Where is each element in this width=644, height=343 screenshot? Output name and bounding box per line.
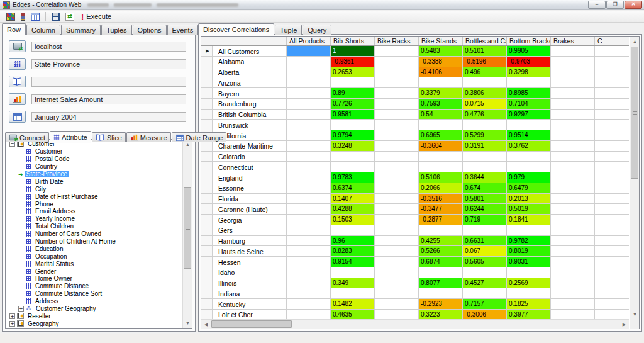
cell-bib-shorts[interactable]: 0.2653: [331, 67, 375, 78]
tree-item-phone[interactable]: Phone: [8, 200, 182, 208]
cell-c[interactable]: [595, 99, 629, 110]
cell-bike-racks[interactable]: [375, 215, 419, 225]
cell-bike-stands[interactable]: 0.5106: [419, 172, 463, 183]
cell-bottles-and-cages[interactable]: 0.5801: [463, 194, 507, 205]
cell-all-products[interactable]: [287, 267, 331, 278]
measure-field[interactable]: Internet Sales Amount: [31, 94, 186, 104]
cell-bike-stands[interactable]: 0.54: [419, 110, 463, 120]
column-header-all-products[interactable]: All Products: [287, 37, 331, 45]
tree-item-commute-distance-sort[interactable]: Commute Distance Sort: [8, 290, 182, 298]
cell-bib-shorts[interactable]: 0.9154: [331, 257, 375, 267]
cell-bottom-brackets[interactable]: [507, 77, 551, 88]
cell-c[interactable]: [595, 204, 629, 215]
cell-bottom-brackets[interactable]: 0.979: [507, 172, 551, 183]
subtab-connect[interactable]: Connect: [5, 132, 49, 142]
cell-bike-stands[interactable]: -0.2877: [419, 215, 463, 225]
cell-bottles-and-cages[interactable]: 0.3191: [463, 141, 507, 152]
cell-bike-stands[interactable]: -0.3516: [419, 194, 463, 205]
cell-bike-stands[interactable]: 0.3223: [419, 310, 463, 319]
cell-all-products[interactable]: [287, 88, 331, 99]
row-header-label[interactable]: Kentucky: [213, 299, 287, 310]
cell-c[interactable]: [595, 194, 629, 205]
row-header-label[interactable]: Brandenburg: [213, 99, 287, 110]
cell-bottles-and-cages[interactable]: 0.3806: [463, 88, 507, 99]
cell-bottles-and-cages[interactable]: 0.4527: [463, 278, 507, 289]
cell-bike-stands[interactable]: [419, 152, 463, 162]
cell-bib-shorts[interactable]: 0.9794: [331, 130, 375, 141]
cell-bottom-brackets[interactable]: 0.1825: [507, 299, 551, 310]
row-header-label[interactable]: Brunswick: [213, 120, 287, 130]
row-header-label[interactable]: England: [213, 172, 287, 183]
cell-all-products[interactable]: [287, 288, 331, 299]
cell-bottles-and-cages[interactable]: 0.5101: [463, 46, 507, 57]
cell-brakes[interactable]: [551, 57, 595, 67]
subtab-attribute[interactable]: Attribute: [50, 131, 91, 142]
tab-query[interactable]: Query: [303, 25, 331, 35]
row-indicator[interactable]: [201, 257, 213, 267]
cell-c[interactable]: [595, 130, 629, 141]
cell-bike-racks[interactable]: [375, 278, 419, 289]
cell-bike-racks[interactable]: [375, 204, 419, 215]
row-header-label[interactable]: Charente-Maritime: [213, 141, 287, 152]
cell-brakes[interactable]: [551, 183, 595, 194]
tree-item-birth-date[interactable]: Birth Date: [8, 177, 182, 185]
cell-c[interactable]: [595, 225, 629, 236]
cell-bib-shorts[interactable]: 0.89: [331, 88, 375, 99]
cell-all-products[interactable]: [287, 257, 331, 267]
cell-bottles-and-cages[interactable]: [463, 77, 507, 88]
tree-item-occupation[interactable]: Occupation: [8, 252, 182, 260]
cell-bottles-and-cages[interactable]: [463, 267, 507, 278]
cell-brakes[interactable]: [551, 141, 595, 152]
cell-c[interactable]: [595, 257, 629, 267]
tree-item-postal-code[interactable]: Postal Code: [8, 155, 182, 163]
row-indicator[interactable]: [201, 288, 213, 299]
cell-bottom-brackets[interactable]: 0.9782: [507, 236, 551, 247]
cell-bike-stands[interactable]: 0.6874: [419, 257, 463, 267]
cell-bike-racks[interactable]: [375, 288, 419, 299]
attribute-field[interactable]: State-Province: [31, 59, 186, 69]
row-indicator[interactable]: [201, 215, 213, 225]
row-header-label[interactable]: Garonne (Haute): [213, 204, 287, 215]
cell-bottom-brackets[interactable]: [507, 152, 551, 162]
date-field[interactable]: January 2004: [31, 112, 186, 122]
cell-c[interactable]: [595, 267, 629, 278]
cell-bottles-and-cages[interactable]: 0.496: [463, 67, 507, 78]
cell-bike-racks[interactable]: [375, 141, 419, 152]
cell-bottles-and-cages[interactable]: -0.3006: [463, 310, 507, 319]
row-header-label[interactable]: Florida: [213, 194, 287, 205]
subtab-slice[interactable]: Slice: [92, 132, 126, 142]
cell-bike-stands[interactable]: 0.5483: [419, 46, 463, 57]
cell-bike-stands[interactable]: -0.3604: [419, 141, 463, 152]
cell-bike-stands[interactable]: -0.4106: [419, 67, 463, 78]
cell-bib-shorts[interactable]: -0.9361: [331, 57, 375, 67]
tab-tuple[interactable]: Tuple: [275, 25, 302, 35]
tree-item-geography[interactable]: +Geography: [8, 320, 182, 327]
row-indicator[interactable]: [201, 88, 213, 99]
cell-bike-racks[interactable]: [375, 110, 419, 120]
column-header-bottom-brackets[interactable]: Bottom Brackets: [507, 37, 551, 45]
cell-bib-shorts[interactable]: 0.6374: [331, 183, 375, 194]
row-header-label[interactable]: Hamburg: [213, 236, 287, 247]
cell-c[interactable]: [595, 215, 629, 225]
cell-bottles-and-cages[interactable]: [463, 162, 507, 172]
cell-brakes[interactable]: [551, 77, 595, 88]
cell-brakes[interactable]: [551, 130, 595, 141]
cell-c[interactable]: [595, 152, 629, 162]
row-header-label[interactable]: All Customers: [213, 46, 287, 57]
cell-bike-stands[interactable]: [419, 77, 463, 88]
cell-bottom-brackets[interactable]: [507, 225, 551, 236]
cell-bottom-brackets[interactable]: 0.9905: [507, 46, 551, 57]
cell-bottles-and-cages[interactable]: 0.7157: [463, 299, 507, 310]
tree-item-state-province[interactable]: ➜State-Province: [8, 171, 182, 178]
cell-bottom-brackets[interactable]: 0.2569: [507, 278, 551, 289]
cell-bottom-brackets[interactable]: 0.3298: [507, 67, 551, 78]
cell-bottom-brackets[interactable]: 0.9031: [507, 257, 551, 267]
cell-bib-shorts[interactable]: 0.4635: [331, 310, 375, 319]
cell-bib-shorts[interactable]: 0.9783: [331, 172, 375, 183]
cell-bike-racks[interactable]: [375, 77, 419, 88]
cell-bottles-and-cages[interactable]: 0.5299: [463, 130, 507, 141]
tab-tuples[interactable]: Tuples: [101, 25, 132, 35]
slim-view-button[interactable]: [19, 12, 26, 21]
execute-button[interactable]: ! Execute: [79, 12, 113, 21]
cell-bike-racks[interactable]: [375, 310, 419, 319]
